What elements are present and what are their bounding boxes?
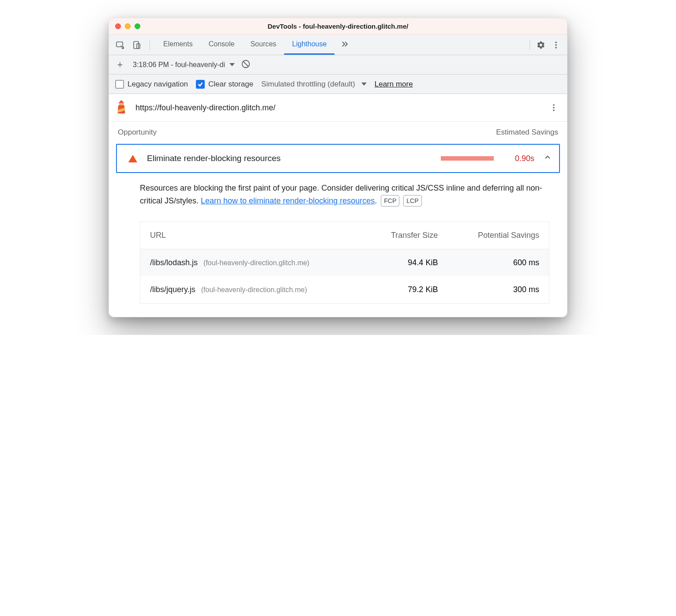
tabs-overflow-icon[interactable] — [334, 35, 353, 55]
tab-elements[interactable]: Elements — [155, 35, 201, 55]
metric-badge-lcp: LCP — [403, 195, 421, 207]
audit-details-table-wrap: URL Transfer Size Potential Savings /lib… — [109, 209, 567, 317]
lighthouse-icon — [115, 99, 128, 116]
audit-title: Eliminate render-blocking resources — [147, 154, 431, 163]
cell-savings: 600 ms — [447, 249, 549, 276]
learn-more-link[interactable]: Learn more — [375, 80, 413, 89]
report-selector[interactable]: 3:18:06 PM - foul-heavenly-di — [133, 61, 235, 69]
toolbar-separator — [530, 40, 530, 50]
throttling-selector[interactable]: Simulated throttling (default) — [261, 80, 367, 89]
chevron-up-icon — [544, 154, 551, 163]
opportunities-header: Opportunity Estimated Savings — [109, 122, 567, 141]
svg-marker-8 — [118, 100, 124, 103]
opportunity-heading: Opportunity — [118, 128, 157, 137]
tab-sources[interactable]: Sources — [242, 35, 284, 55]
tab-lighthouse[interactable]: Lighthouse — [284, 35, 334, 55]
table-row: /libs/jquery.js (foul-heavenly-direction… — [140, 276, 549, 304]
legacy-navigation-option[interactable]: Legacy navigation — [115, 80, 188, 89]
new-report-button[interactable]: + — [113, 58, 127, 71]
devtools-window: DevTools - foul-heavenly-direction.glitc… — [109, 18, 567, 317]
svg-line-7 — [244, 61, 248, 66]
url-path: /libs/lodash.js — [150, 258, 198, 267]
fail-triangle-icon — [128, 155, 137, 162]
svg-point-5 — [555, 47, 557, 49]
lighthouse-options-bar: Legacy navigation Clear storage Simulate… — [109, 75, 567, 94]
inspect-element-icon[interactable] — [113, 38, 128, 53]
savings-heading: Estimated Savings — [496, 128, 558, 137]
report-url: https://foul-heavenly-direction.glitch.m… — [135, 103, 275, 113]
checkbox-checked-icon — [196, 80, 205, 89]
svg-point-12 — [553, 104, 555, 106]
chevron-down-icon — [361, 83, 367, 86]
report-url-bar: https://foul-heavenly-direction.glitch.m… — [109, 94, 567, 122]
table-header-row: URL Transfer Size Potential Savings — [140, 222, 549, 249]
titlebar: DevTools - foul-heavenly-direction.glitc… — [109, 18, 567, 35]
svg-point-14 — [553, 109, 555, 111]
url-path: /libs/jquery.js — [150, 285, 195, 294]
svg-point-13 — [553, 107, 555, 109]
cell-size: 94.4 KiB — [364, 249, 447, 276]
url-host: (foul-heavenly-direction.glitch.me) — [201, 286, 307, 293]
audit-description-post: . — [375, 196, 377, 205]
svg-point-3 — [555, 41, 557, 43]
clear-storage-option[interactable]: Clear storage — [196, 80, 253, 89]
audit-render-blocking[interactable]: Eliminate render-blocking resources 0.90… — [116, 144, 560, 173]
cell-savings: 300 ms — [447, 276, 549, 304]
tab-console[interactable]: Console — [201, 35, 243, 55]
svg-rect-1 — [134, 41, 139, 49]
col-url: URL — [140, 222, 364, 249]
clear-all-icon[interactable] — [241, 59, 251, 71]
audit-details-table: URL Transfer Size Potential Savings /lib… — [140, 222, 549, 304]
audit-description: Resources are blocking the first paint o… — [109, 173, 567, 209]
chevron-down-icon — [229, 63, 235, 66]
metric-badge-fcp: FCP — [381, 195, 399, 207]
svg-point-4 — [555, 44, 557, 46]
throttling-label: Simulated throttling (default) — [261, 80, 355, 89]
toolbar-separator — [150, 40, 150, 50]
savings-bar — [441, 156, 494, 161]
main-toolbar: Elements Console Sources Lighthouse — [109, 35, 567, 55]
window-title: DevTools - foul-heavenly-direction.glitc… — [109, 23, 567, 30]
report-menu-icon[interactable] — [548, 101, 560, 114]
url-host: (foul-heavenly-direction.glitch.me) — [203, 259, 309, 267]
svg-rect-9 — [119, 103, 124, 105]
cell-size: 79.2 KiB — [364, 276, 447, 304]
table-row: /libs/lodash.js (foul-heavenly-direction… — [140, 249, 549, 276]
col-savings: Potential Savings — [447, 222, 549, 249]
cell-url: /libs/lodash.js (foul-heavenly-direction… — [140, 249, 364, 276]
clear-storage-label: Clear storage — [208, 80, 253, 89]
audit-learn-link[interactable]: Learn how to eliminate render-blocking r… — [201, 196, 375, 205]
legacy-navigation-label: Legacy navigation — [128, 80, 188, 89]
report-selector-label: 3:18:06 PM - foul-heavenly-di — [133, 61, 225, 69]
lighthouse-subbar: + 3:18:06 PM - foul-heavenly-di — [109, 55, 567, 75]
svg-rect-0 — [116, 42, 123, 47]
col-size: Transfer Size — [364, 222, 447, 249]
settings-icon[interactable] — [533, 38, 548, 53]
device-toolbar-icon[interactable] — [129, 38, 144, 53]
panel-tabs: Elements Console Sources Lighthouse — [155, 35, 353, 55]
more-menu-icon[interactable] — [548, 38, 563, 53]
savings-value: 0.90s — [503, 154, 534, 163]
checkbox-unchecked-icon — [115, 80, 124, 89]
cell-url: /libs/jquery.js (foul-heavenly-direction… — [140, 276, 364, 304]
